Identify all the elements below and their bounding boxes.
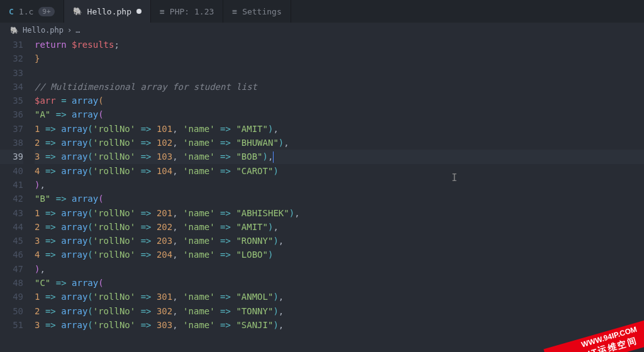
line-number: 43 — [0, 206, 23, 220]
text-cursor-icon: 𝙸 — [452, 172, 457, 184]
code-line[interactable]: "A" => array( — [35, 107, 644, 121]
line-number: 39 — [0, 150, 23, 163]
line-number: 34 — [0, 80, 23, 94]
tab-php-123[interactable]: ≡ PHP: 1.23 — [151, 0, 223, 23]
line-number: 38 — [0, 136, 23, 150]
code-line[interactable]: // Multidimensional array for student li… — [35, 80, 644, 94]
code-line[interactable]: ), — [35, 178, 644, 192]
document-icon: ≡ — [160, 7, 165, 16]
code-line[interactable]: 4 => array('rollNo' => 104, 'name' => "C… — [35, 164, 644, 178]
tab-1c[interactable]: C 1.c 9+ — [0, 0, 64, 23]
tab-settings[interactable]: ≡ Settings — [223, 0, 291, 23]
line-number-gutter: 3132333435363738394041424344454647484950… — [0, 38, 35, 352]
line-number: 47 — [0, 262, 23, 276]
tab-label: 1.c — [19, 7, 33, 16]
line-number: 41 — [0, 178, 23, 192]
breadcrumb-more: … — [75, 26, 80, 35]
code-line[interactable]: return $results; — [35, 38, 644, 52]
code-line[interactable]: } — [35, 52, 644, 65]
line-number: 51 — [0, 318, 23, 332]
line-number: 48 — [0, 276, 23, 290]
line-number: 44 — [0, 220, 23, 234]
code-line[interactable]: 3 => array('rollNo' => 303, 'name' => "S… — [35, 318, 644, 332]
c-lang-icon: C — [9, 7, 14, 16]
code-line[interactable] — [35, 66, 644, 80]
tab-label: Hello.php — [87, 7, 131, 16]
caret — [273, 151, 274, 163]
code-line[interactable]: 1 => array('rollNo' => 301, 'name' => "A… — [35, 290, 644, 304]
code-line[interactable]: 2 => array('rollNo' => 102, 'name' => "B… — [35, 136, 644, 150]
code-line[interactable]: $arr = array( — [35, 94, 644, 107]
code-line[interactable]: 2 => array('rollNo' => 302, 'name' => "T… — [35, 304, 644, 318]
line-number: 32 — [0, 52, 23, 65]
code-line[interactable]: ), — [35, 262, 644, 276]
breadcrumb-file: Hello.php — [23, 26, 64, 35]
line-number: 40 — [0, 164, 23, 178]
breadcrumb[interactable]: 🐘 Hello.php › … — [0, 23, 644, 38]
line-number: 49 — [0, 290, 23, 304]
line-number: 33 — [0, 66, 23, 80]
php-icon: 🐘 — [10, 26, 19, 35]
code-line[interactable]: "C" => array( — [35, 276, 644, 290]
code-line[interactable]: 3 => array('rollNo' => 203, 'name' => "R… — [35, 234, 644, 248]
tab-hello-php[interactable]: 🐘 Hello.php — [64, 0, 151, 23]
line-number: 46 — [0, 248, 23, 261]
tab-badge: 9+ — [38, 7, 54, 16]
code-line[interactable]: "B" => array( — [35, 192, 644, 206]
code-line[interactable]: 1 => array('rollNo' => 201, 'name' => "A… — [35, 206, 644, 220]
line-number: 50 — [0, 304, 23, 318]
code-line[interactable]: 1 => array('rollNo' => 101, 'name' => "A… — [35, 122, 644, 136]
tab-label: PHP: 1.23 — [170, 7, 214, 16]
line-number: 45 — [0, 234, 23, 248]
tab-bar: C 1.c 9+ 🐘 Hello.php ≡ PHP: 1.23 ≡ Setti… — [0, 0, 644, 23]
line-number: 37 — [0, 122, 23, 136]
tab-label: Settings — [242, 7, 282, 16]
code-line[interactable]: 4 => array('rollNo' => 204, 'name' => "L… — [35, 248, 644, 261]
line-number: 35 — [0, 94, 23, 107]
line-number: 42 — [0, 192, 23, 206]
document-icon: ≡ — [232, 7, 237, 16]
breadcrumb-separator: › — [67, 26, 72, 35]
modified-dot-icon — [136, 9, 142, 14]
line-number: 36 — [0, 107, 23, 121]
line-number: 31 — [0, 38, 23, 52]
code-editor[interactable]: 3132333435363738394041424344454647484950… — [0, 38, 644, 352]
code-line[interactable]: 2 => array('rollNo' => 202, 'name' => "A… — [35, 220, 644, 234]
code-line[interactable]: 3 => array('rollNo' => 103, 'name' => "B… — [35, 150, 644, 163]
php-icon: 🐘 — [73, 7, 82, 16]
code-content[interactable]: return $results;}// Multidimensional arr… — [35, 38, 644, 352]
